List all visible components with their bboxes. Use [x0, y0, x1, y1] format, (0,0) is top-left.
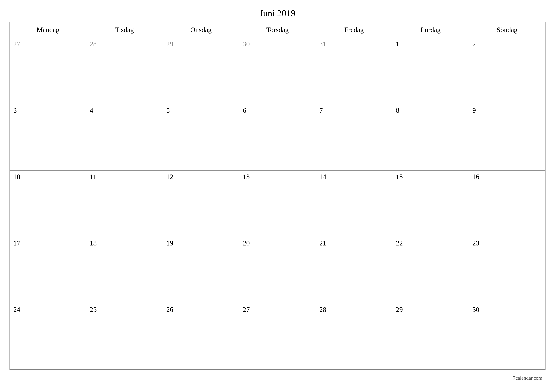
day-number: 28: [90, 40, 97, 48]
weekday-header: Tisdag: [86, 22, 163, 38]
calendar-day-cell: 29: [392, 303, 469, 370]
day-number: 8: [396, 107, 399, 114]
calendar-day-cell: 7: [316, 104, 392, 170]
calendar-day-cell: 5: [163, 104, 239, 170]
calendar-day-cell: 30: [239, 38, 316, 104]
weekday-header: Måndag: [10, 22, 86, 38]
calendar-day-cell: 26: [163, 303, 239, 370]
day-number: 20: [243, 239, 250, 247]
calendar-day-cell: 28: [316, 303, 392, 370]
calendar-day-cell: 19: [163, 237, 239, 303]
calendar-week-row: 272829303112: [10, 38, 545, 104]
calendar-day-cell: 21: [316, 237, 392, 303]
day-number: 14: [319, 173, 326, 181]
calendar-day-cell: 13: [239, 170, 316, 237]
calendar-title: Juni 2019: [9, 8, 546, 19]
day-number: 5: [166, 107, 170, 114]
day-number: 30: [472, 306, 479, 314]
calendar-day-cell: 9: [469, 104, 545, 170]
footer-attribution: 7calendar.com: [513, 375, 542, 381]
calendar-day-cell: 10: [10, 170, 86, 237]
weekday-header: Fredag: [316, 22, 392, 38]
day-number: 29: [396, 306, 403, 314]
day-number: 2: [472, 40, 476, 48]
calendar-day-cell: 20: [239, 237, 316, 303]
calendar-day-cell: 15: [392, 170, 469, 237]
calendar-week-row: 10111213141516: [10, 170, 545, 237]
day-number: 24: [13, 306, 20, 314]
calendar-grid: Måndag Tisdag Onsdag Torsdag Fredag Lörd…: [9, 22, 546, 370]
day-number: 16: [472, 173, 479, 181]
day-number: 19: [166, 239, 173, 247]
calendar-week-row: 24252627282930: [10, 303, 545, 370]
day-number: 25: [90, 306, 97, 314]
calendar-day-cell: 14: [316, 170, 392, 237]
weekday-header: Torsdag: [239, 22, 316, 38]
calendar-day-cell: 3: [10, 104, 86, 170]
day-number: 31: [319, 40, 326, 48]
day-number: 9: [472, 107, 476, 114]
day-number: 6: [243, 107, 246, 114]
calendar-day-cell: 22: [392, 237, 469, 303]
calendar-day-cell: 6: [239, 104, 316, 170]
weekday-header: Onsdag: [163, 22, 239, 38]
weekday-header: Söndag: [469, 22, 545, 38]
calendar-day-cell: 11: [86, 170, 163, 237]
calendar-day-cell: 18: [86, 237, 163, 303]
day-number: 3: [13, 107, 17, 114]
calendar-day-cell: 1: [392, 38, 469, 104]
day-number: 10: [13, 173, 20, 181]
calendar-day-cell: 16: [469, 170, 545, 237]
calendar-day-cell: 8: [392, 104, 469, 170]
day-number: 11: [90, 173, 96, 181]
calendar-day-cell: 2: [469, 38, 545, 104]
day-number: 4: [90, 107, 93, 114]
day-number: 15: [396, 173, 403, 181]
calendar-week-row: 17181920212223: [10, 237, 545, 303]
calendar-day-cell: 24: [10, 303, 86, 370]
day-number: 28: [319, 306, 326, 314]
day-number: 21: [319, 239, 326, 247]
day-number: 30: [243, 40, 250, 48]
day-number: 18: [90, 239, 97, 247]
calendar-week-row: 3456789: [10, 104, 545, 170]
day-number: 12: [166, 173, 173, 181]
calendar-day-cell: 31: [316, 38, 392, 104]
calendar-day-cell: 17: [10, 237, 86, 303]
day-number: 22: [396, 239, 403, 247]
day-number: 26: [166, 306, 173, 314]
calendar-day-cell: 28: [86, 38, 163, 104]
day-number: 29: [166, 40, 173, 48]
calendar-day-cell: 27: [10, 38, 86, 104]
calendar-day-cell: 30: [469, 303, 545, 370]
day-number: 23: [472, 239, 479, 247]
calendar-day-cell: 23: [469, 237, 545, 303]
calendar-body: 2728293031123456789101112131415161718192…: [10, 38, 545, 370]
weekday-header-row: Måndag Tisdag Onsdag Torsdag Fredag Lörd…: [10, 22, 545, 38]
day-number: 27: [13, 40, 20, 48]
calendar-day-cell: 25: [86, 303, 163, 370]
calendar-day-cell: 12: [163, 170, 239, 237]
day-number: 7: [319, 107, 323, 114]
weekday-header: Lördag: [392, 22, 469, 38]
calendar-day-cell: 29: [163, 38, 239, 104]
day-number: 17: [13, 239, 20, 247]
day-number: 27: [243, 306, 250, 314]
day-number: 13: [243, 173, 250, 181]
day-number: 1: [396, 40, 399, 48]
calendar-day-cell: 27: [239, 303, 316, 370]
calendar-day-cell: 4: [86, 104, 163, 170]
